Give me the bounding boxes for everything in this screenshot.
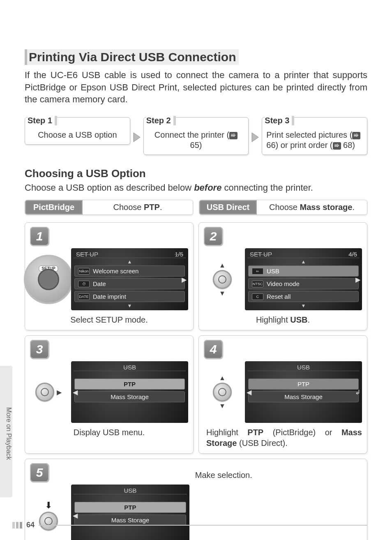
- menu-item: ⏱Date: [74, 278, 185, 289]
- step-number: 3: [30, 340, 49, 359]
- step2-pre: Connect the printer (: [154, 130, 229, 139]
- panel-1: 1 SETUP SET UP 1/5 ▲: [25, 222, 194, 330]
- screen-header: SET UP 1/5: [74, 251, 186, 258]
- item-icon: ⏱: [78, 281, 90, 287]
- menu-item: NikonWelcome screen: [74, 265, 185, 277]
- panel-caption: Make selection.: [195, 470, 362, 480]
- item-label: Reset all: [267, 293, 291, 300]
- item-icon: NTSC: [252, 281, 263, 287]
- item-icon: ⇐: [252, 268, 263, 275]
- opt-post: .: [160, 203, 162, 212]
- step1-label: Step 1: [28, 116, 57, 125]
- item-label: PTP: [124, 504, 136, 511]
- opt-bold: PTP: [144, 203, 160, 212]
- footer-rule: [39, 525, 367, 526]
- s2-post: connecting the printer.: [221, 182, 313, 193]
- cap-mid: (PictBridge) or: [263, 428, 341, 437]
- menu-item-ptp: PTP: [74, 502, 186, 513]
- camera-screen-usb: USB PTP Mass Storage ◀ ↲: [245, 361, 362, 423]
- screen-page-indicator: 1/5: [175, 251, 183, 258]
- option-name: USB Direct: [199, 200, 257, 215]
- left-arrow-icon: ◀: [73, 512, 78, 519]
- cap-post: .: [308, 315, 310, 324]
- left-arrow-icon: ◀: [73, 388, 78, 396]
- step3-ref1: 66: [266, 141, 275, 150]
- menu-item-ptp: PTP: [248, 378, 359, 390]
- item-label: Date imprint: [93, 293, 126, 300]
- step3-post: ): [352, 141, 355, 150]
- step3-mid: ) or print order (: [276, 141, 333, 150]
- opt-pre: Choose: [269, 203, 297, 212]
- step2-pageref: 65: [190, 141, 199, 150]
- panel-caption: Highlight PTP (PictBridge) or Mass Stora…: [204, 427, 362, 448]
- camera-screen-setup: SET UP 1/5 ▲ NikonWelcome screen ⏱Date D…: [71, 248, 188, 310]
- right-arrow-icon: ▶: [182, 276, 187, 284]
- left-arrow-icon: ◀: [247, 388, 251, 396]
- screen-header: SET UP 4/5: [247, 251, 360, 258]
- item-label: Welcome screen: [93, 268, 138, 275]
- ok-button-icon: [213, 383, 232, 402]
- step1-box: Step 1 Choose a USB option: [25, 117, 130, 145]
- footer-bars-icon: [12, 522, 22, 528]
- svg-marker-1: [252, 133, 258, 142]
- cap-pre: Highlight: [256, 315, 290, 324]
- down-arrow-icon: ▼: [247, 304, 360, 308]
- instruction-panels: 1 SETUP SET UP 1/5 ▲: [25, 222, 367, 540]
- screen-title-text: SET UP: [76, 251, 98, 258]
- page-ref-icon: ⭆: [352, 132, 360, 139]
- item-label: Date: [93, 280, 106, 287]
- step1-text: Choose a USB option: [29, 130, 126, 140]
- opt-pre: Choose: [113, 203, 142, 212]
- enter-icon: ↲: [355, 388, 360, 396]
- ok-button-icon: [213, 270, 232, 289]
- up-triangle-icon: ▲: [219, 374, 226, 382]
- cap-b1: PTP: [247, 428, 263, 437]
- step-number: 2: [204, 227, 223, 246]
- right-arrow-icon: ▶: [355, 276, 360, 284]
- page-ref-icon: ⭆: [229, 132, 238, 139]
- option-pictbridge: PictBridge Choose PTP.: [25, 200, 193, 215]
- item-label: PTP: [124, 381, 136, 388]
- opt-post: .: [352, 203, 355, 212]
- s2-pre: Choose a USB option as described below: [25, 182, 194, 193]
- panel-caption: Highlight USB.: [204, 314, 362, 325]
- right-triangle-icon: ▶: [57, 388, 62, 396]
- step2-label: Step 2: [146, 116, 176, 125]
- arrow-icon: [133, 117, 141, 143]
- down-triangle-icon: ▼: [219, 402, 226, 410]
- camera-screen-usb: USB PTP Mass Storage ◀: [71, 485, 189, 540]
- item-icon: DATE: [78, 293, 90, 300]
- down-triangle-icon: ▼: [219, 290, 226, 297]
- step3-text: Print selected pictures (⭆ 66) or print …: [266, 130, 363, 150]
- screen-title-text: SET UP: [250, 251, 272, 258]
- screen-header: USB: [247, 364, 360, 371]
- multi-selector-icon: ▶: [30, 383, 67, 402]
- manual-page: Printing Via Direct USB Connection If th…: [0, 0, 392, 540]
- page-number: 64: [26, 521, 35, 529]
- section-subtitle: Choosing a USB Option: [25, 167, 367, 180]
- cap-post: (USB Direct).: [237, 438, 287, 448]
- menu-item-massstorage: Mass Storage: [74, 391, 185, 402]
- item-icon: Nikon: [78, 268, 90, 275]
- panel-4: 4 ▲▼ USB PTP Mass Storage ◀ ↲ High: [198, 335, 367, 454]
- step3-label: Step 3: [265, 116, 294, 125]
- screen-page-indicator: 4/5: [348, 251, 357, 258]
- panel-caption: Select SETUP mode.: [30, 314, 188, 325]
- step2-post: ): [199, 141, 202, 150]
- camera-screen-setup: SET UP 4/5 ▲ ⇐USB NTSCVideo mode CReset …: [245, 248, 362, 310]
- down-arrow-icon: ▼: [74, 304, 186, 308]
- item-label: USB: [267, 268, 279, 275]
- item-icon: C: [252, 293, 263, 300]
- multi-selector-icon: ▲▼: [204, 262, 241, 297]
- up-arrow-icon: ▲: [74, 260, 186, 264]
- up-triangle-icon: ▲: [219, 262, 226, 269]
- panel-caption: Display USB menu.: [30, 427, 188, 438]
- section-intro: Choose a USB option as described below b…: [25, 182, 367, 193]
- item-label: Mass Storage: [111, 393, 149, 400]
- dial-graphic: SETUP: [24, 255, 73, 304]
- page-footer: 64: [12, 521, 367, 529]
- menu-item-usb: ⇐USB: [248, 265, 359, 277]
- menu-item: DATEDate imprint: [74, 291, 185, 302]
- step-number: 5: [30, 463, 49, 482]
- s2-bold: before: [194, 182, 221, 193]
